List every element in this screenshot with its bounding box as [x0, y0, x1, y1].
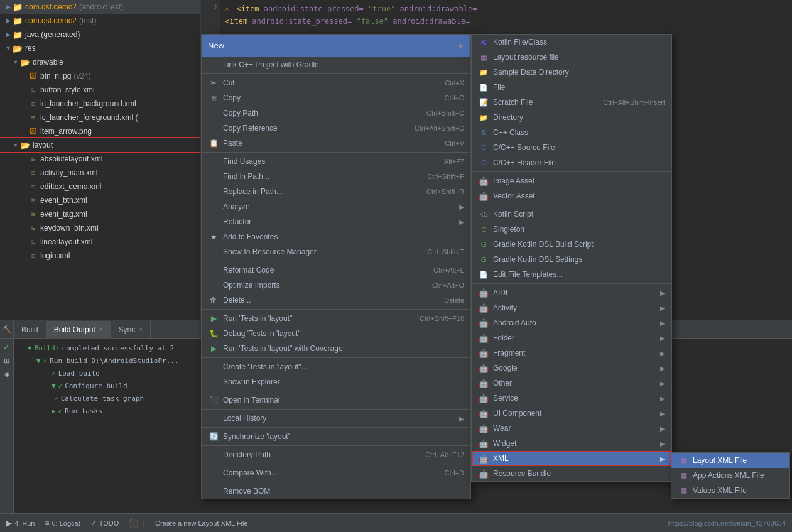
tree-item-edittext-demo[interactable]: ▶ ≋ edittext_demo.xml	[0, 180, 200, 193]
replace-icon	[208, 186, 219, 197]
tree-item-btn-n-jpg[interactable]: ▶ 🖼 btn_n.jpg (v24)	[0, 69, 200, 83]
menu-item-edit-templates[interactable]: 📄 Edit File Templates...	[472, 267, 671, 282]
menu-item-activity[interactable]: 🤖 Activity ▶	[472, 300, 671, 315]
menu-item-app-actions-xml[interactable]: ▦ App Actions XML File	[671, 468, 789, 483]
menu-item-dir-path[interactable]: Directory Path Ctrl+Alt+F12	[202, 447, 470, 462]
menu-label: C++ Class	[493, 128, 665, 137]
tree-item-activity-main[interactable]: ▶ ≋ activity_main.xml	[0, 166, 200, 180]
menu-item-run-with-coverage[interactable]: ▶ Run 'Tests in 'layout'' with Coverage	[202, 341, 470, 356]
status-todo[interactable]: ✓ TODO	[90, 519, 119, 528]
menu-item-cpp-source[interactable]: C C/C++ Source File	[472, 140, 671, 155]
tab-close-button[interactable]: ×	[99, 326, 103, 333]
tree-item-layout[interactable]: ▼ 📂 layout	[0, 138, 200, 152]
menu-item-android-auto[interactable]: 🤖 Android Auto ▶	[472, 315, 671, 330]
menu-item-copy-path[interactable]: Copy Path Ctrl+Shift+C	[202, 106, 470, 121]
menu-item-fragment[interactable]: 🤖 Fragment ▶	[472, 345, 671, 361]
menu-item-paste[interactable]: 📋 Paste Ctrl+V	[202, 136, 470, 151]
menu-item-vector-asset[interactable]: 🤖 Vector Asset	[472, 188, 671, 204]
menu-item-aidl[interactable]: 🤖 AIDL ▶	[472, 285, 671, 300]
tree-item-demo2-android[interactable]: ▶ 📁 com.qst.demo2 (androidTest)	[0, 0, 200, 14]
menu-item-values-xml[interactable]: ▦ Values XML File	[671, 483, 789, 498]
menu-item-copy[interactable]: ⎘ Copy Ctrl+C	[202, 90, 470, 106]
menu-item-widget[interactable]: 🤖 Widget ▶	[472, 436, 671, 451]
menu-item-singleton[interactable]: ⊙ Singleton	[472, 222, 671, 237]
menu-item-gradle-kotlin-settings[interactable]: G Gradle Kotlin DSL Settings	[472, 252, 671, 267]
menu-separator	[202, 445, 470, 446]
menu-item-refactor[interactable]: Refactor ▶	[202, 214, 470, 229]
tree-item-java-generated[interactable]: ▶ 📁 java (generated)	[0, 28, 200, 41]
menu-item-ui-component[interactable]: 🤖 UI Component ▶	[472, 406, 671, 421]
tree-item-ic-launcher-fg[interactable]: ▶ ≋ ic_launcher_foreground.xml (	[0, 111, 200, 124]
tree-item-drawable[interactable]: ▼ 📂 drawable	[0, 55, 200, 69]
menu-item-service[interactable]: 🤖 Service ▶	[472, 391, 671, 406]
menu-separator	[202, 427, 470, 428]
tab-build[interactable]: Build	[14, 321, 46, 339]
menu-item-wear[interactable]: 🤖 Wear ▶	[472, 421, 671, 436]
menu-item-kotlin-script[interactable]: KS Kotlin Script	[472, 207, 671, 222]
menu-item-xml[interactable]: 🤖 XML ▶	[472, 451, 671, 466]
check-icon: ✓	[52, 368, 56, 379]
menu-item-open-terminal[interactable]: ⬛ Open in Terminal	[202, 393, 470, 408]
tree-item-res[interactable]: ▼ 📂 res	[0, 41, 200, 55]
menu-item-local-history[interactable]: Local History ▶	[202, 411, 470, 426]
menu-item-scratch-file[interactable]: 📝 Scratch File Ctrl+Alt+Shift+Insert	[472, 95, 671, 110]
menu-item-reformat[interactable]: Reformat Code Ctrl+Alt+L	[202, 263, 470, 278]
tree-item-item-arrow[interactable]: ▶ 🖼 item_arrow.png	[0, 124, 200, 138]
menu-item-replace-path[interactable]: Replace in Path... Ctrl+Shift+R	[202, 184, 470, 199]
status-run[interactable]: ▶ 4: Run	[6, 519, 35, 528]
menu-item-layout-xml[interactable]: ▦ Layout XML File	[671, 453, 789, 468]
menu-item-gradle-kotlin-build[interactable]: G Gradle Kotlin DSL Build Script	[472, 237, 671, 252]
menu-item-link-cpp[interactable]: Link C++ Project with Gradle	[202, 57, 470, 72]
menu-label: Scratch File	[493, 98, 584, 107]
android-icon: 🤖	[478, 190, 489, 202]
menu-item-find-usages[interactable]: Find Usages Alt+F7	[202, 154, 470, 169]
menu-item-show-explorer[interactable]: Show in Explorer	[202, 374, 470, 389]
menu-item-resource-bundle[interactable]: 🤖 Resource Bundle	[472, 466, 671, 481]
tree-label: linearlayout.xml	[40, 237, 92, 246]
tab-build-output[interactable]: Build Output ×	[46, 321, 111, 339]
tab-close-button[interactable]: ×	[139, 326, 143, 333]
cpp-class-icon: S	[478, 127, 489, 138]
menu-item-kotlin-file[interactable]: K Kotlin File/Class	[472, 35, 671, 50]
menu-item-compare-with[interactable]: Compare With... Ctrl+D	[202, 465, 470, 480]
status-logcat[interactable]: ≡ 6: Logcat	[45, 519, 80, 528]
menu-item-remove-bom[interactable]: Remove BOM	[202, 484, 470, 499]
menu-item-other[interactable]: 🤖 Other ▶	[472, 376, 671, 391]
tree-item-event-btn[interactable]: ▶ ≋ event_btn.xml	[0, 193, 200, 207]
menu-item-debug-tests[interactable]: 🐛 Debug 'Tests in 'layout''	[202, 326, 470, 341]
tree-item-linearlayout[interactable]: ▶ ≋ linearlayout.xml	[0, 235, 200, 249]
tree-item-keydown-btn[interactable]: ▶ ≋ keydown_btn.xml	[0, 221, 200, 235]
tree-item-ic-launcher-bg[interactable]: ▶ ≋ ic_launcher_background.xml	[0, 97, 200, 111]
menu-item-directory[interactable]: 📁 Directory	[472, 110, 671, 125]
tree-item-event-tag[interactable]: ▶ ≋ event_tag.xml	[0, 207, 200, 221]
menu-item-folder[interactable]: 🤖 Folder ▶	[472, 330, 671, 345]
menu-item-cut[interactable]: ✂ Cut Ctrl+X	[202, 75, 470, 90]
tab-sync[interactable]: Sync ×	[111, 321, 151, 339]
menu-item-sample-data[interactable]: 📁 Sample Data Directory	[472, 65, 671, 80]
tree-item-demo2-test[interactable]: ▶ 📁 com.qst.demo2 (test)	[0, 14, 200, 28]
menu-item-cpp-header[interactable]: C C/C++ Header File	[472, 155, 671, 170]
menu-item-google[interactable]: 🤖 Google ▶	[472, 361, 671, 376]
menu-item-run-tests[interactable]: ▶ Run 'Tests in 'layout'' Ctrl+Shift+F10	[202, 311, 470, 326]
menu-item-file[interactable]: 📄 File	[472, 80, 671, 95]
submenu-arrow: ▶	[660, 290, 665, 296]
menu-item-create-tests[interactable]: Create 'Tests in 'layout''...	[202, 359, 470, 374]
menu-label: Refactor	[223, 217, 457, 226]
tree-label: res	[25, 44, 36, 53]
menu-item-layout-resource[interactable]: ▦ Layout resource file	[472, 50, 671, 65]
menu-item-copy-reference[interactable]: Copy Reference Ctrl+Alt+Shift+C	[202, 121, 470, 136]
menu-item-optimize-imports[interactable]: Optimize Imports Ctrl+Alt+O	[202, 278, 470, 293]
menu-item-find-path[interactable]: Find in Path... Ctrl+Shift+F	[202, 169, 470, 184]
status-terminal[interactable]: ⬛ T	[129, 519, 145, 528]
menu-item-cpp-class[interactable]: S C++ Class	[472, 125, 671, 140]
tree-item-login[interactable]: ▶ ≋ login.xml	[0, 249, 200, 263]
menu-item-synchronize[interactable]: 🔄 Synchronize 'layout'	[202, 429, 470, 444]
menu-item-image-asset[interactable]: 🤖 Image Asset	[472, 173, 671, 188]
tree-item-absolutelayout[interactable]: ▶ ≋ absolutelayout.xml	[0, 152, 200, 166]
menu-item-show-resource[interactable]: Show In Resource Manager Ctrl+Shift+T	[202, 244, 470, 259]
tree-item-button-style[interactable]: ▶ ≋ button_style.xml	[0, 83, 200, 97]
menu-item-analyze[interactable]: Analyze ▶	[202, 199, 470, 214]
context-menu-new-header[interactable]: New ▶	[202, 35, 470, 57]
menu-item-delete[interactable]: 🗑 Delete... Delete	[202, 293, 470, 308]
menu-item-add-favorites[interactable]: ★ Add to Favorites	[202, 229, 470, 244]
